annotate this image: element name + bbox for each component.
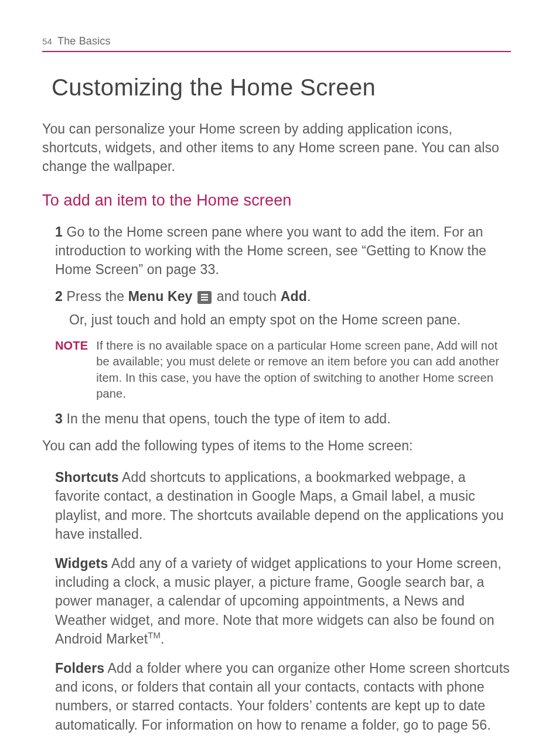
item-text: Add shortcuts to applications, a bookmar…	[55, 470, 504, 542]
step-number: 1	[55, 224, 63, 240]
step-1: 1 Go to the Home screen pane where you w…	[55, 223, 511, 279]
item-text: Add a folder where you can organize othe…	[55, 661, 510, 733]
item-folders: Folders Add a folder where you can organ…	[55, 659, 511, 734]
item-label: Folders	[55, 661, 104, 676]
step-text-pre: Press the	[63, 289, 128, 304]
step-number: 3	[55, 411, 63, 426]
running-header: 54 The Basics	[42, 35, 511, 52]
page-title: Customizing the Home Screen	[52, 74, 511, 101]
page-number: 54	[42, 36, 52, 46]
step-text-mid: and touch	[217, 289, 281, 304]
lead-paragraph: You can add the following types of items…	[42, 436, 511, 455]
step-text: Go to the Home screen pane where you wan…	[55, 224, 486, 277]
step-2-line2: Or, just touch and hold an empty spot on…	[69, 310, 511, 329]
note-text: If there is no available space on a part…	[96, 338, 511, 402]
step-text: In the menu that opens, touch the type o…	[63, 411, 391, 426]
item-widgets: Widgets Add any of a variety of widget a…	[55, 554, 511, 648]
item-label: Widgets	[55, 556, 108, 571]
item-text-pre: Add any of a variety of widget applicati…	[55, 556, 502, 646]
add-label: Add	[281, 289, 307, 304]
note-label: NOTE	[55, 338, 88, 402]
manual-page: 54 The Basics Customizing the Home Scree…	[0, 0, 559, 734]
item-shortcuts: Shortcuts Add shortcuts to applications,…	[55, 468, 511, 543]
section-name: The Basics	[57, 35, 111, 47]
menu-key-icon	[197, 291, 212, 304]
sub-heading: To add an item to the Home screen	[42, 191, 511, 210]
svg-rect-1	[201, 294, 208, 295]
svg-rect-2	[201, 297, 208, 298]
note-block: NOTE If there is no available space on a…	[55, 338, 511, 402]
item-label: Shortcuts	[55, 470, 119, 485]
step-number: 2	[55, 289, 63, 304]
menu-key-label: Menu Key	[128, 289, 193, 304]
step-text-post: .	[307, 289, 311, 304]
svg-rect-3	[201, 299, 208, 300]
step-3: 3 In the menu that opens, touch the type…	[55, 409, 511, 428]
intro-paragraph: You can personalize your Home screen by …	[42, 119, 511, 176]
step-2: 2 Press the Menu Key and touch Add.	[55, 287, 511, 306]
item-text-post: .	[161, 631, 165, 646]
trademark-symbol: TM	[148, 630, 161, 640]
